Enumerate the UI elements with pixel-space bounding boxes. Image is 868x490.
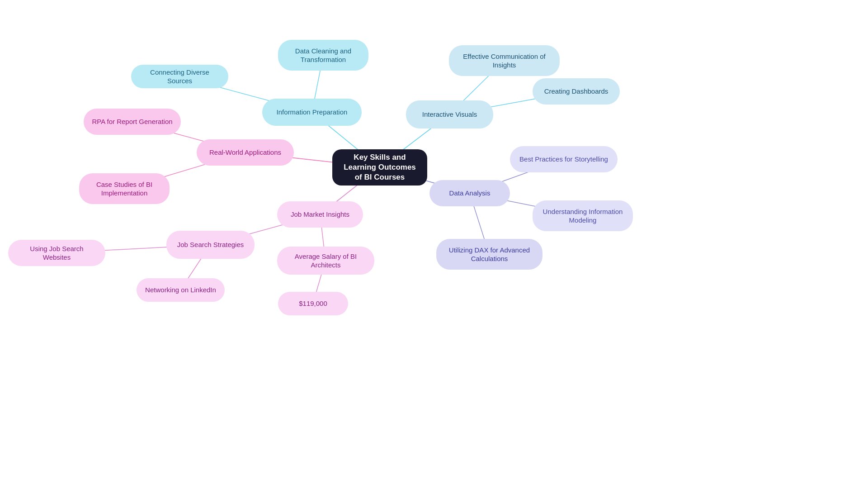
salary-node: $119,000 xyxy=(278,292,348,315)
effective-comm-node: Effective Communication of Insights xyxy=(449,45,560,76)
avg-salary-node: Average Salary of BI Architects xyxy=(277,247,374,275)
center-node: Key Skills and Learning Outcomes of BI C… xyxy=(332,149,427,186)
utilizing-dax-node: Utilizing DAX for Advanced Calculations xyxy=(436,239,542,270)
connecting-sources-node: Connecting Diverse Sources xyxy=(131,65,228,88)
data-analysis-node: Data Analysis xyxy=(429,180,510,206)
job-search-strategies-node: Job Search Strategies xyxy=(166,231,255,259)
using-job-search-node: Using Job Search Websites xyxy=(8,240,105,266)
data-cleaning-node: Data Cleaning and Transformation xyxy=(278,40,368,71)
creating-dashboards-node: Creating Dashboards xyxy=(533,78,620,105)
networking-linkedin-node: Networking on LinkedIn xyxy=(137,278,225,302)
job-market-node: Job Market Insights xyxy=(277,201,363,228)
interactive-visuals-node: Interactive Visuals xyxy=(406,100,493,128)
rpa-report-node: RPA for Report Generation xyxy=(84,109,181,135)
real-world-apps-node: Real-World Applications xyxy=(197,139,294,166)
case-studies-node: Case Studies of BI Implementation xyxy=(79,173,170,204)
info-prep-node: Information Preparation xyxy=(262,99,362,126)
best-practices-node: Best Practices for Storytelling xyxy=(510,146,618,172)
understanding-info-node: Understanding Information Modeling xyxy=(533,200,633,231)
